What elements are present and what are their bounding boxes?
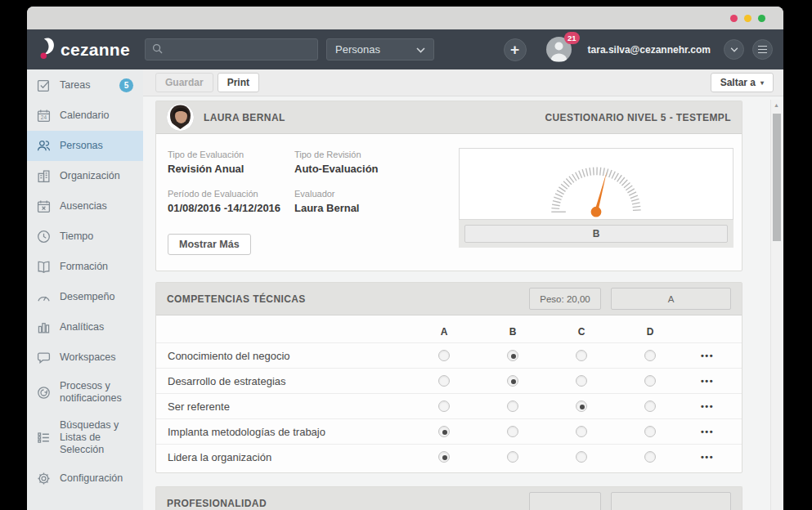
sidebar-item-label: Workspaces xyxy=(60,351,116,364)
print-button[interactable]: Print xyxy=(218,73,259,92)
scrollbar-thumb[interactable] xyxy=(773,114,781,241)
sidebar-item-procesos-y-notificaciones[interactable]: Procesos y notificaciones xyxy=(27,373,143,412)
radio-d[interactable] xyxy=(644,375,656,387)
row-actions-button[interactable] xyxy=(684,351,730,360)
sidebar-item-organizaci-n[interactable]: Organización xyxy=(27,161,143,191)
evaluation-card-header: LAURA BERNAL CUESTIONARIO NIVEL 5 - TEST… xyxy=(156,101,742,134)
radio-d[interactable] xyxy=(644,426,656,437)
add-button[interactable]: + xyxy=(504,38,527,61)
radio-c[interactable] xyxy=(576,451,587,463)
competency-label: Lidera la organización xyxy=(168,451,410,463)
radio-a-selected[interactable] xyxy=(438,426,450,437)
sidebar-item-desempe-o[interactable]: Desempeño xyxy=(27,282,143,312)
profesionalidad-card: PROFESIONALIDAD xyxy=(155,486,742,510)
sidebar-item-label: Analíticas xyxy=(60,321,104,333)
sidebar-item-tareas[interactable]: Tareas5 xyxy=(27,70,143,101)
radio-c[interactable] xyxy=(576,426,587,437)
radio-a[interactable] xyxy=(438,375,450,387)
ratings-table: ABCDConocimiento del negocioDesarrollo d… xyxy=(156,315,742,472)
scroll-up-arrow[interactable]: ▲ xyxy=(771,100,782,111)
sidebar-item-b-squedas-y-listas-de-selecci-n[interactable]: Búsquedas y Listas de Selección xyxy=(27,412,143,463)
rating-row: Implanta metodologías de trabajo xyxy=(156,418,742,444)
radio-a[interactable] xyxy=(438,400,450,412)
user-menu-chevron[interactable] xyxy=(724,39,744,60)
sidebar-item-personas[interactable]: Personas xyxy=(27,131,143,161)
window-controls xyxy=(730,15,765,22)
sidebar-item-label: Calendario xyxy=(60,110,109,122)
row-actions-button[interactable] xyxy=(684,452,730,462)
radio-b[interactable] xyxy=(507,451,518,463)
field-label: Período de Evaluación xyxy=(168,189,294,199)
search-input[interactable] xyxy=(168,44,311,56)
radio-b-selected[interactable] xyxy=(507,375,518,387)
user-avatar[interactable]: 21 xyxy=(546,37,572,62)
sidebar-item-configuraci-n[interactable]: Configuración xyxy=(27,463,143,494)
jump-to-button[interactable]: Saltar a▾ xyxy=(711,73,774,92)
row-actions-button[interactable] xyxy=(684,427,730,436)
notification-badge[interactable]: 21 xyxy=(564,32,580,44)
employee-avatar[interactable] xyxy=(167,104,194,131)
calendar-icon: 24 xyxy=(37,109,51,123)
column-header-c: C xyxy=(547,326,616,338)
radio-d[interactable] xyxy=(644,400,656,412)
score-gauge: B xyxy=(459,148,733,248)
competencias-header: COMPETENCIAS TÉCNICAS Peso: 20,00 A xyxy=(156,283,742,315)
gauge-footer: B xyxy=(459,220,733,248)
column-header-a: A xyxy=(410,326,478,338)
row-actions-button[interactable] xyxy=(684,376,730,386)
sidebar-item-tiempo[interactable]: Tiempo xyxy=(27,221,143,252)
sidebar-item-label: Organización xyxy=(60,170,120,182)
gear-icon xyxy=(37,472,51,485)
rating-row: Conocimiento del negocio xyxy=(156,342,742,368)
user-email: tara.silva@cezannehr.com xyxy=(588,44,711,56)
row-actions-button[interactable] xyxy=(684,401,730,411)
sidebar-item-formaci-n[interactable]: Formación xyxy=(27,252,143,282)
window-close-button[interactable] xyxy=(730,15,738,22)
radio-a[interactable] xyxy=(438,350,450,361)
evaluation-field: Tipo de EvaluaciónRevisión Anual xyxy=(168,150,294,175)
radio-c[interactable] xyxy=(576,350,587,361)
chat-icon xyxy=(37,351,51,365)
sidebar-item-calendario[interactable]: 24Calendario xyxy=(27,101,143,131)
sidebar: Tareas524CalendarioPersonasOrganizaciónA… xyxy=(27,69,143,510)
caret-down-icon: ▾ xyxy=(760,79,764,87)
window-minimize-button[interactable] xyxy=(744,15,751,22)
field-value: Auto-Evaluación xyxy=(294,163,474,175)
radio-d[interactable] xyxy=(644,451,656,463)
rating-row: Desarrollo de estrategias xyxy=(156,368,742,393)
radio-b[interactable] xyxy=(507,400,518,412)
gauge-icon xyxy=(37,290,51,304)
module-selector[interactable]: Personas xyxy=(326,38,434,60)
main-area: Guardar Print Saltar a▾ LAURA BERNAL CUE… xyxy=(143,69,783,510)
show-more-button[interactable]: Mostrar Más xyxy=(168,234,251,255)
radio-b-selected[interactable] xyxy=(507,350,518,361)
save-button[interactable]: Guardar xyxy=(155,73,213,92)
global-search[interactable] xyxy=(145,38,318,60)
cezanne-logo: cezanne xyxy=(38,37,130,63)
organization-icon xyxy=(37,169,51,183)
employee-name: LAURA BERNAL xyxy=(204,112,285,123)
radio-c-selected[interactable] xyxy=(576,400,587,412)
field-label: Tipo de Revisión xyxy=(294,150,474,159)
logo-text: cezanne xyxy=(61,40,130,60)
hamburger-menu-button[interactable] xyxy=(752,39,773,60)
content-scroll-area: LAURA BERNAL CUESTIONARIO NIVEL 5 - TEST… xyxy=(143,97,783,510)
vertical-scrollbar[interactable]: ▲ xyxy=(770,100,782,510)
evaluation-field: EvaluadorLaura Bernal xyxy=(294,189,474,214)
module-selector-value: Personas xyxy=(335,43,380,56)
radio-b[interactable] xyxy=(507,426,518,437)
sidebar-item-label: Tareas xyxy=(60,79,91,92)
radio-a-selected[interactable] xyxy=(438,451,450,463)
sidebar-item-ausencias[interactable]: Ausencias xyxy=(27,191,143,221)
sidebar-item-anal-ticas[interactable]: Analíticas xyxy=(27,312,143,342)
svg-text:24: 24 xyxy=(41,114,47,120)
radio-d[interactable] xyxy=(644,350,656,361)
process-icon xyxy=(37,386,51,400)
window-maximize-button[interactable] xyxy=(758,15,765,22)
peso-box: Peso: 20,00 xyxy=(529,288,601,310)
profesionalidad-header: PROFESIONALIDAD xyxy=(156,487,742,510)
sidebar-item-workspaces[interactable]: Workspaces xyxy=(27,342,143,373)
sidebar-item-label: Ausencias xyxy=(60,200,107,212)
list-icon xyxy=(37,431,51,445)
radio-c[interactable] xyxy=(576,375,587,387)
